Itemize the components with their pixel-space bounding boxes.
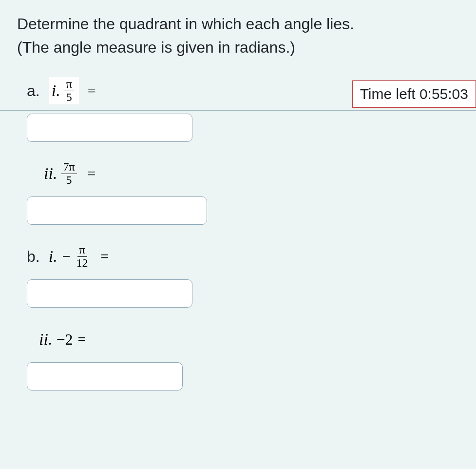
answer-input-b-i[interactable] xyxy=(27,279,192,308)
timer-label: Time left 0:55:03 xyxy=(360,86,468,102)
instructions-text: Determine the quadrant in which each ang… xyxy=(17,12,459,59)
roman-a-ii: ii. xyxy=(44,164,57,183)
neg-sign-b-i: − xyxy=(62,248,71,265)
frac-den-b-i: 12 xyxy=(75,257,90,269)
instructions-line2: (The angle measure is given in radians.) xyxy=(17,39,295,56)
fraction-a-ii: 7π 5 xyxy=(61,161,76,186)
question-container: Determine the quadrant in which each ang… xyxy=(0,0,476,417)
label-row-a-ii: ii. 7π 5 = xyxy=(17,156,459,191)
answer-input-a-i[interactable] xyxy=(27,114,192,142)
frac-num-a-i: π xyxy=(64,78,74,91)
expr-b-ii: −2 xyxy=(56,331,73,349)
frac-den-a-i: 5 xyxy=(64,91,74,103)
frac-den-a-ii: 5 xyxy=(64,174,74,186)
label-row-b-i: b. i. − π 12 = xyxy=(17,239,459,274)
equals-b-ii: = xyxy=(77,331,86,348)
fraction-b-i: π 12 xyxy=(75,244,90,269)
part-letter-b: b. xyxy=(27,248,40,266)
frac-num-a-ii: 7π xyxy=(61,161,76,174)
roman-b-i: i. xyxy=(49,247,57,266)
label-row-b-ii: ii. −2 = xyxy=(17,322,459,356)
expr-highlight-a-i: i. π 5 xyxy=(49,77,79,104)
instructions-line1: Determine the quadrant in which each ang… xyxy=(17,15,354,33)
question-b-ii: ii. −2 = xyxy=(17,322,459,391)
question-a-ii: ii. 7π 5 = xyxy=(17,156,459,225)
equals-b-i: = xyxy=(101,248,109,265)
roman-b-ii: ii. xyxy=(39,330,52,349)
timer-box: Time left 0:55:03 xyxy=(352,80,476,108)
answer-input-b-ii[interactable] xyxy=(27,362,183,391)
fraction-a-i: π 5 xyxy=(64,78,74,103)
part-letter-a: a. xyxy=(27,82,40,100)
roman-a-i: i. xyxy=(52,81,60,100)
frac-num-b-i: π xyxy=(77,244,87,256)
answer-input-a-ii[interactable] xyxy=(27,196,207,225)
equals-a-ii: = xyxy=(88,165,96,182)
equals-a-i: = xyxy=(88,82,96,99)
question-b-i: b. i. − π 12 = xyxy=(17,239,459,308)
